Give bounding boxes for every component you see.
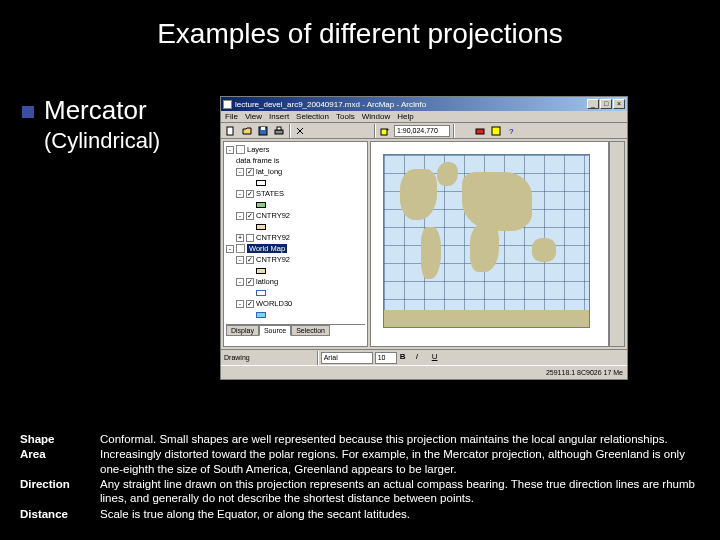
underline-icon[interactable]: U [431,351,445,365]
paste-icon[interactable] [325,124,339,138]
prop-row-shape: Shape Conformal. Small shapes are well r… [20,432,700,446]
toc-item-latlong[interactable]: - ✓ lat_long [226,166,365,177]
menu-window[interactable]: Window [362,112,390,121]
rotate-icon[interactable] [268,351,282,365]
checkbox-icon[interactable]: ✓ [246,256,254,264]
toc-label: data frame is [236,156,279,165]
collapse-icon[interactable]: - [236,190,244,198]
bold-icon[interactable]: B [399,351,413,365]
svg-text:?: ? [509,127,514,136]
redo-icon[interactable] [357,124,371,138]
toc-item-states[interactable]: - ✓ STATES [226,188,365,199]
print-icon[interactable] [272,124,286,138]
collapse-icon[interactable]: - [236,256,244,264]
toc-item-cntry92a[interactable]: - ✓ CNTRY92 [226,210,365,221]
menu-file[interactable]: File [225,112,238,121]
font-select[interactable]: Arial [321,352,373,364]
pointer-icon[interactable] [252,351,266,365]
svg-rect-8 [492,127,500,135]
identify-icon[interactable] [611,195,623,207]
toc-item-latlong2[interactable]: - ✓ latlong [226,276,365,287]
checkbox-icon[interactable]: ✓ [246,212,254,220]
menu-selection[interactable]: Selection [296,112,329,121]
menu-help[interactable]: Help [397,112,413,121]
dataframe-icon [236,244,245,253]
close-button[interactable]: × [613,99,625,109]
collapse-icon[interactable]: - [226,245,234,253]
toc-group-layers[interactable]: - Layers [226,144,365,155]
editor-icon[interactable] [457,124,471,138]
text-icon[interactable] [300,351,314,365]
collapse-icon[interactable]: - [236,278,244,286]
svg-rect-4 [277,127,281,130]
prop-label: Shape [20,432,100,446]
line-color-icon[interactable] [479,351,493,365]
toc-item-cntry92c[interactable]: - ✓ CNTRY92 [226,254,365,265]
toolbar-separator [317,351,318,365]
cut-icon[interactable] [293,124,307,138]
checkbox-icon[interactable]: ✓ [246,300,254,308]
map-view [383,154,590,328]
measure-icon[interactable] [611,221,623,233]
help-icon[interactable]: ? [505,124,519,138]
toc-item-cntry92b[interactable]: + CNTRY92 [226,232,365,243]
fill-color-icon[interactable] [463,351,477,365]
catalog-icon[interactable] [489,124,503,138]
left-column: Mercator (Cylindrical) [0,96,220,380]
toc-tab-selection[interactable]: Selection [291,325,330,336]
scale-input[interactable]: 1:90,024,770 [394,125,450,137]
toc-label: CNTRY92 [256,255,290,264]
map-canvas[interactable] [370,141,609,347]
toc-item-world30[interactable]: - ✓ WORLD30 [226,298,365,309]
table-of-contents: - Layers data frame is - ✓ lat_long - ✓ … [223,141,368,347]
toc-group-worldmap[interactable]: - World Map [226,243,365,254]
menu-insert[interactable]: Insert [269,112,289,121]
main-toolbar: + 1:90,024,770 ? [221,123,627,139]
svg-rect-0 [227,127,233,135]
checkbox-icon[interactable]: ✓ [246,190,254,198]
toc-symbol [226,265,365,276]
toolbox-icon[interactable] [473,124,487,138]
checkbox-icon[interactable]: ✓ [246,278,254,286]
zoom-in-icon[interactable] [611,143,623,155]
checkbox-icon[interactable] [246,234,254,242]
copy-icon[interactable] [309,124,323,138]
new-icon[interactable] [224,124,238,138]
menu-tools[interactable]: Tools [336,112,355,121]
pan-icon[interactable] [611,169,623,181]
svg-rect-7 [476,129,484,134]
full-extent-icon[interactable] [611,182,623,194]
prop-label: Direction [20,477,100,506]
checkbox-icon[interactable]: ✓ [246,168,254,176]
window-title: lecture_devel_arc9_20040917.mxd - ArcMap… [235,100,584,109]
toc-subtext: data frame is [226,155,365,166]
find-icon[interactable] [611,208,623,220]
zoom-out-icon[interactable] [611,156,623,168]
collapse-icon[interactable]: - [236,168,244,176]
font-size-select[interactable]: 10 [375,352,397,364]
collapse-icon[interactable]: - [236,300,244,308]
toc-tab-display[interactable]: Display [226,325,259,336]
maximize-button[interactable]: □ [600,99,612,109]
save-icon[interactable] [256,124,270,138]
toc-tab-source[interactable]: Source [259,325,291,336]
prop-text: Any straight line drawn on this projecti… [100,477,700,506]
menu-view[interactable]: View [245,112,262,121]
toc-label: lat_long [256,167,282,176]
add-data-icon[interactable]: + [378,124,392,138]
italic-icon[interactable]: I [415,351,429,365]
prop-row-distance: Distance Scale is true along the Equator… [20,507,700,521]
map-area [370,141,625,347]
collapse-icon[interactable]: - [236,212,244,220]
font-color-icon[interactable] [447,351,461,365]
collapse-icon[interactable]: - [226,146,234,154]
open-icon[interactable] [240,124,254,138]
undo-icon[interactable] [341,124,355,138]
rect-icon[interactable] [284,351,298,365]
bullet-square-icon [22,106,34,118]
dataframe-icon [236,145,245,154]
expand-icon[interactable]: + [236,234,244,242]
minimize-button[interactable]: _ [587,99,599,109]
projection-name: Mercator [44,96,147,126]
svg-rect-3 [275,130,283,134]
